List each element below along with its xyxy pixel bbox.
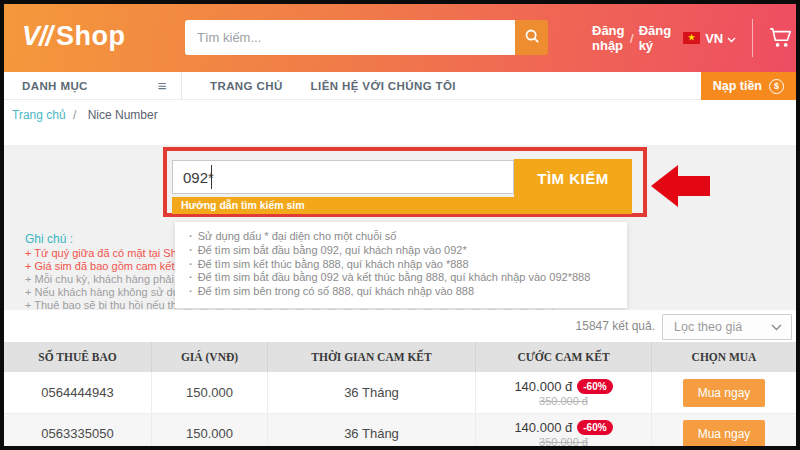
- logo[interactable]: V//Shop: [22, 21, 126, 52]
- header-search-input[interactable]: [185, 20, 515, 55]
- column-header: SỐ THUÊ BAO: [4, 342, 152, 372]
- results-bar: 15847 kết quả. Lọc theo giá: [4, 310, 796, 342]
- buy-now-button[interactable]: Mua ngay: [683, 379, 766, 407]
- phone-number-cell: 0564444943: [4, 372, 152, 414]
- logo-mark: V//: [22, 21, 52, 51]
- results-count: 15847 kết quả.: [576, 319, 655, 333]
- price-cell: 150.000: [152, 372, 268, 414]
- nav-home[interactable]: TRANG CHỦ: [210, 80, 283, 92]
- register-link[interactable]: Đăng ký: [639, 23, 672, 53]
- sim-search-input[interactable]: [172, 160, 514, 194]
- breadcrumb-separator: /: [73, 108, 76, 122]
- old-fee: 350.000 đ: [539, 395, 588, 407]
- buy-cell: Mua ngay: [652, 414, 796, 446]
- note-item: + Mỗi chu kỳ, khách hàng phải sử: [25, 273, 177, 286]
- column-header: GIÁ (VNĐ): [152, 342, 268, 372]
- old-fee: 350.000 đ: [539, 436, 588, 447]
- logo-text: Shop: [56, 21, 126, 51]
- table-header-row: SỐ THUÊ BAO GIÁ (VNĐ) THỜI GIAN CAM KẾT …: [4, 342, 796, 372]
- note-item: + Giá sim đã bao gồm cam kết th: [25, 260, 177, 273]
- search-tip: Để tìm sim kết thúc bằng 888, quí khách …: [189, 258, 615, 272]
- header-search-button[interactable]: [515, 20, 548, 55]
- search-icon: [524, 28, 540, 47]
- account-area: Đăng nhập / Đăng ký ★ VN 0: [592, 4, 796, 72]
- note-item: + Tứ quý giữa đã có mặt tại Shop: [25, 247, 177, 260]
- search-tip: Để tìm sim bên trong có số 888, quí khác…: [189, 285, 615, 299]
- sim-table: SỐ THUÊ BAO GIÁ (VNĐ) THỜI GIAN CAM KẾT …: [4, 342, 796, 446]
- breadcrumb-home[interactable]: Trang chủ: [12, 108, 66, 122]
- language-selector[interactable]: ★ VN: [683, 31, 736, 46]
- price-filter-select[interactable]: Lọc theo giá: [662, 314, 792, 340]
- breadcrumb: Trang chủ / Nice Number: [4, 100, 796, 130]
- dollar-icon: $: [769, 79, 784, 94]
- table-row: 0563335050 150.000 36 Tháng 140.000 đ -6…: [4, 414, 796, 446]
- column-header: CHỌN MUA: [652, 342, 796, 372]
- column-header: THỜI GIAN CAM KẾT: [268, 342, 476, 372]
- search-tip: Để tìm sim bắt đầu bằng 092, quí khách n…: [189, 244, 615, 258]
- annotation-arrow: [651, 165, 678, 207]
- sim-search-button[interactable]: TÌM KIẾM: [514, 159, 632, 198]
- buy-cell: Mua ngay: [652, 372, 796, 414]
- topup-label: Nạp tiền: [713, 79, 762, 93]
- search-tip: Sử dụng dấu * đại diện cho một chuỗi số: [189, 230, 615, 244]
- main-nav: DANH MỤC ≡ TRANG CHỦ LIÊN HỆ VỚI CHÚNG T…: [4, 72, 796, 100]
- cart-icon: [767, 24, 794, 53]
- note-item: + Nếu khách hàng không sử dụng: [25, 286, 177, 299]
- chevron-down-icon: [771, 320, 782, 334]
- page: V//Shop Đăng nhập / Đăng ký ★ VN: [4, 4, 796, 446]
- login-link[interactable]: Đăng nhập: [592, 23, 625, 53]
- term-cell: 36 Tháng: [268, 414, 476, 446]
- term-cell: 36 Tháng: [268, 372, 476, 414]
- buy-now-button[interactable]: Mua ngay: [683, 420, 766, 447]
- search-hint-bar[interactable]: Hướng dẫn tìm kiếm sim: [172, 197, 632, 214]
- sim-search-panel: Ghi chú : + Tứ quý giữa đã có mặt tại Sh…: [4, 145, 796, 310]
- hamburger-icon: ≡: [158, 77, 167, 94]
- search-tips-list: Sử dụng dấu * đại diện cho một chuỗi số …: [189, 230, 615, 299]
- table-row: 0564444943 150.000 36 Tháng 140.000 đ -6…: [4, 372, 796, 414]
- language-label: VN: [705, 31, 723, 46]
- category-menu[interactable]: DANH MỤC ≡: [4, 72, 182, 99]
- price-filter-label: Lọc theo giá: [674, 320, 742, 334]
- fee-amount: 140.000 đ: [514, 379, 572, 394]
- vn-flag-icon: ★: [683, 32, 700, 44]
- column-header: CƯỚC CAM KẾT: [476, 342, 652, 372]
- chevron-down-icon: [723, 31, 736, 46]
- annotation-arrow-tail: [677, 176, 710, 196]
- text-cursor: [211, 165, 212, 189]
- phone-number-cell: 0563335050: [4, 414, 152, 446]
- nav-contact[interactable]: LIÊN HỆ VỚI CHÚNG TÔI: [311, 80, 456, 92]
- breadcrumb-current: Nice Number: [88, 108, 158, 122]
- topup-button[interactable]: Nạp tiền $: [701, 72, 796, 100]
- notes-block: Ghi chú : + Tứ quý giữa đã có mặt tại Sh…: [25, 233, 177, 312]
- login-register-separator: /: [630, 31, 634, 46]
- discount-badge: -60%: [577, 420, 612, 435]
- discount-badge: -60%: [577, 379, 612, 394]
- fee-cell: 140.000 đ -60% 350.000 đ: [476, 414, 652, 446]
- top-header: V//Shop Đăng nhập / Đăng ký ★ VN: [4, 4, 796, 72]
- fee-amount: 140.000 đ: [514, 420, 572, 435]
- cart-button[interactable]: 0: [767, 24, 796, 53]
- fee-cell: 140.000 đ -60% 350.000 đ: [476, 372, 652, 414]
- category-label: DANH MỤC: [22, 80, 88, 92]
- search-tip: Để tìm sim bắt đầu bằng 092 và kết thúc …: [189, 271, 615, 285]
- search-tips-dropdown: Sử dụng dấu * đại diện cho một chuỗi số …: [175, 222, 627, 308]
- price-cell: 150.000: [152, 414, 268, 446]
- header-search: [185, 20, 548, 55]
- notes-title: Ghi chú :: [25, 233, 177, 246]
